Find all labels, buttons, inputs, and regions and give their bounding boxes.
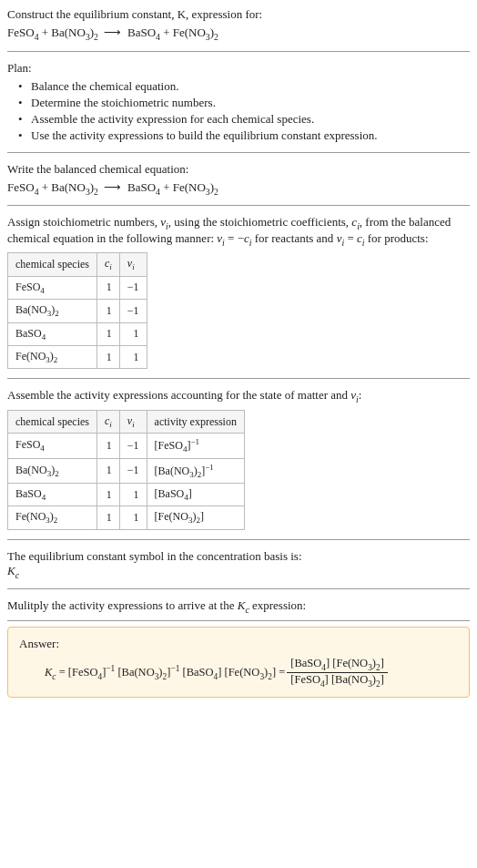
kc-symbol: Kc — [7, 564, 470, 580]
kc-frac-numerator: [BaSO4] [Fe(NO3)2] — [287, 657, 388, 673]
answer-box: Answer: Kc = [FeSO4]−1 [Ba(NO3)2]−1 [BaS… — [7, 627, 470, 698]
cell-ci: 1 — [96, 276, 119, 299]
cell-vi: 1 — [119, 506, 147, 529]
balanced-reaction: FeSO4 + Ba(NO3)2 ⟶ BaSO4 + Fe(NO3)2 — [7, 180, 470, 197]
table-row: Ba(NO3)2 1 −1 — [8, 300, 147, 322]
cell-species: FeSO4 — [8, 434, 97, 458]
cell-ci: 1 — [96, 458, 119, 483]
plan-heading: Plan: — [7, 61, 470, 76]
table-row: BaSO4 1 1 [BaSO4] — [8, 484, 245, 506]
cell-activity: [Fe(NO3)2] — [147, 506, 244, 529]
plan-item: Determine the stoichiometric numbers. — [22, 96, 470, 110]
multiply-line: Mulitply the activity expressions to arr… — [7, 598, 470, 615]
cell-species: Ba(NO3)2 — [8, 458, 97, 483]
col-vi: νi — [119, 253, 147, 276]
divider — [7, 378, 470, 379]
balanced-heading: Write the balanced chemical equation: — [7, 162, 470, 177]
table-header-row: chemical species ci νi — [8, 253, 147, 276]
divider — [7, 588, 470, 589]
table-header-row: chemical species ci νi activity expressi… — [8, 410, 245, 433]
divider — [7, 205, 470, 206]
table-row: Ba(NO3)2 1 −1 [Ba(NO3)2]−1 — [8, 458, 245, 483]
table-row: FeSO4 1 −1 — [8, 276, 147, 299]
col-ci: ci — [96, 410, 119, 433]
col-ci: ci — [96, 253, 119, 276]
kc-expression: Kc = [FeSO4]−1 [Ba(NO3)2]−1 [BaSO4] [Fe(… — [45, 657, 458, 688]
col-species: chemical species — [8, 253, 97, 276]
cell-species: Ba(NO3)2 — [8, 300, 97, 322]
cell-activity: [FeSO4]−1 — [147, 434, 244, 458]
prompt-reaction: FeSO4 + Ba(NO3)2 ⟶ BaSO4 + Fe(NO3)2 — [7, 26, 470, 42]
cell-ci: 1 — [96, 345, 119, 368]
table-row: BaSO4 1 1 — [8, 322, 147, 345]
plan-item: Balance the chemical equation. — [22, 79, 470, 94]
plan-list: Balance the chemical equation. Determine… — [7, 79, 470, 143]
cell-ci: 1 — [96, 434, 119, 458]
kc-fraction: [BaSO4] [Fe(NO3)2] [FeSO4] [Ba(NO3)2] — [287, 657, 388, 688]
stoich-table: chemical species ci νi FeSO4 1 −1 Ba(NO3… — [7, 252, 147, 369]
cell-species: Fe(NO3)2 — [8, 345, 97, 368]
cell-vi: −1 — [119, 276, 147, 299]
cell-vi: −1 — [119, 300, 147, 322]
cell-species: BaSO4 — [8, 322, 97, 345]
activity-table: chemical species ci νi activity expressi… — [7, 410, 245, 530]
divider — [7, 620, 470, 621]
symbol-line: The equilibrium constant symbol in the c… — [7, 549, 470, 564]
cell-species: FeSO4 — [8, 276, 97, 299]
cell-activity: [Ba(NO3)2]−1 — [147, 458, 244, 483]
cell-species: BaSO4 — [8, 484, 97, 506]
col-activity: activity expression — [147, 410, 244, 433]
divider — [7, 51, 470, 52]
activity-intro: Assemble the activity expressions accoun… — [7, 388, 470, 404]
plan-item: Use the activity expressions to build th… — [22, 128, 470, 143]
cell-ci: 1 — [96, 506, 119, 529]
cell-vi: 1 — [119, 345, 147, 368]
table-row: FeSO4 1 −1 [FeSO4]−1 — [8, 434, 245, 458]
plan-item: Assemble the activity expression for eac… — [22, 112, 470, 127]
table-row: Fe(NO3)2 1 1 — [8, 345, 147, 368]
cell-ci: 1 — [96, 322, 119, 345]
table-row: Fe(NO3)2 1 1 [Fe(NO3)2] — [8, 506, 245, 529]
col-species: chemical species — [8, 410, 97, 433]
col-vi: νi — [119, 410, 147, 433]
cell-ci: 1 — [96, 484, 119, 506]
kc-frac-denominator: [FeSO4] [Ba(NO3)2] — [287, 673, 388, 689]
cell-vi: −1 — [119, 434, 147, 458]
cell-vi: −1 — [119, 458, 147, 483]
kc-lhs: Kc = [FeSO4]−1 [Ba(NO3)2]−1 [BaSO4] [Fe(… — [45, 664, 285, 681]
stoich-intro: Assign stoichiometric numbers, νi, using… — [7, 215, 470, 247]
divider — [7, 152, 470, 153]
prompt-text: Construct the equilibrium constant, K, e… — [7, 7, 262, 21]
cell-ci: 1 — [96, 300, 119, 322]
divider — [7, 539, 470, 540]
prompt-line: Construct the equilibrium constant, K, e… — [7, 7, 470, 22]
cell-vi: 1 — [119, 322, 147, 345]
cell-activity: [BaSO4] — [147, 484, 244, 506]
cell-species: Fe(NO3)2 — [8, 506, 97, 529]
cell-vi: 1 — [119, 484, 147, 506]
answer-label: Answer: — [19, 637, 458, 651]
